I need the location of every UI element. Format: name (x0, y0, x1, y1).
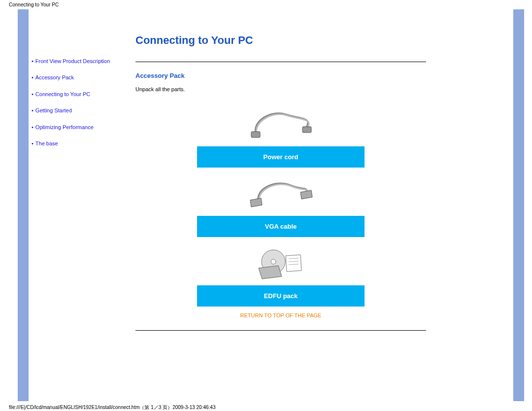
bullet-icon: • (32, 140, 33, 146)
top-small-title: Connecting to Your PC (0, 0, 532, 9)
accessory-power-cord: Power cord (197, 102, 365, 168)
sidebar-item-front-view[interactable]: Front View Product Description (35, 58, 110, 65)
svg-rect-1 (302, 127, 311, 133)
left-decorative-bar (18, 9, 29, 401)
accessory-vga-cable: VGA cable (197, 171, 365, 237)
bullet-icon: • (32, 91, 33, 97)
vga-cable-icon (246, 176, 315, 211)
bullet-icon: • (32, 124, 33, 130)
bullet-icon: • (32, 74, 33, 80)
section-intro-text: Unpack all the parts. (135, 86, 426, 92)
svg-marker-6 (259, 266, 282, 279)
return-to-top-link[interactable]: RETURN TO TOP OF THE PAGE (240, 312, 322, 318)
svg-rect-0 (251, 132, 260, 137)
vga-cable-image (197, 171, 365, 216)
edfu-pack-image (197, 241, 365, 285)
power-cord-icon (246, 107, 315, 141)
footer-path: file:///E|/CD/lcd/manual/ENGLISH/192E1/i… (9, 404, 215, 411)
accessory-label-edfu-pack: EDFU pack (197, 285, 365, 307)
sidebar-item-the-base[interactable]: The base (35, 140, 58, 147)
power-cord-image (197, 102, 365, 146)
sidebar-item-optimizing[interactable]: Optimizing Performance (35, 124, 94, 131)
accessory-edfu-pack: EDFU pack (197, 241, 365, 307)
sidebar-item-connecting[interactable]: Connecting to Your PC (35, 91, 90, 98)
return-to-top: RETURN TO TOP OF THE PAGE (135, 312, 426, 318)
section-title-accessory-pack: Accessory Pack (135, 72, 426, 79)
svg-marker-2 (250, 198, 262, 207)
svg-marker-7 (286, 255, 301, 272)
sidebar-item-getting-started[interactable]: Getting Started (35, 107, 72, 114)
divider-bottom (135, 330, 426, 331)
svg-point-5 (271, 259, 276, 264)
sidebar-item-accessory-pack[interactable]: Accessory Pack (35, 74, 74, 81)
svg-marker-3 (300, 190, 312, 199)
edfu-pack-icon (246, 246, 315, 280)
accessory-label-power-cord: Power cord (197, 146, 365, 168)
bullet-icon: • (32, 107, 33, 113)
right-decorative-bar (513, 9, 524, 401)
bullet-icon: • (32, 58, 33, 64)
sidebar-nav: •Front View Product Description •Accesso… (32, 58, 130, 156)
page-title: Connecting to Your PC (135, 34, 426, 47)
main-content: Connecting to Your PC Accessory Pack Unp… (135, 34, 426, 331)
divider (135, 62, 426, 62)
accessory-label-vga-cable: VGA cable (197, 216, 365, 237)
